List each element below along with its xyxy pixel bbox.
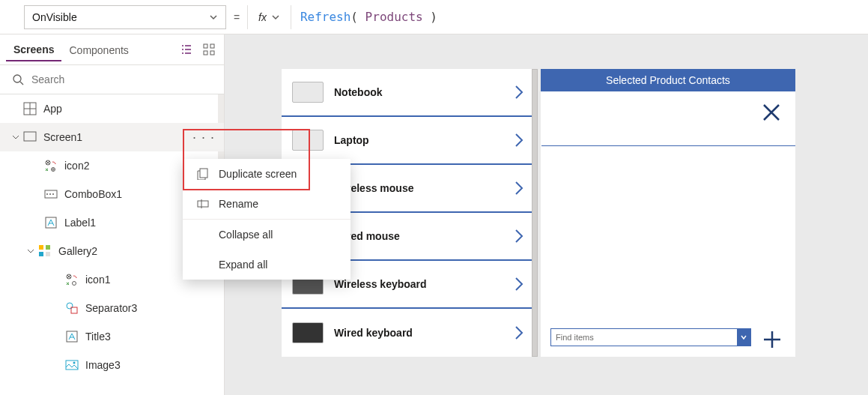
caret-icon[interactable] xyxy=(10,133,19,141)
svg-rect-1 xyxy=(210,44,214,48)
contacts-header-label: Selected Product Contacts xyxy=(606,74,730,86)
groupicon-icon xyxy=(64,272,79,287)
separator-icon xyxy=(64,301,79,316)
svg-rect-17 xyxy=(46,252,50,256)
combobox-placeholder: Find items xyxy=(551,333,737,342)
combobox-dropdown-button[interactable] xyxy=(737,329,750,346)
add-button[interactable] xyxy=(761,328,783,351)
svg-point-20 xyxy=(67,303,73,309)
menu-duplicate-screen[interactable]: Duplicate screen xyxy=(183,159,350,189)
equals-label: = xyxy=(226,11,247,23)
gallery-icon xyxy=(37,244,52,259)
tree-list-icon[interactable] xyxy=(177,40,195,58)
product-image xyxy=(292,322,324,343)
contacts-header: Selected Product Contacts xyxy=(541,69,795,91)
chevron-right-icon[interactable] xyxy=(514,132,524,148)
formula-input[interactable]: Refresh( Products ) xyxy=(291,10,446,24)
svg-point-19 xyxy=(73,282,76,286)
chevron-right-icon[interactable] xyxy=(514,325,524,341)
tree-label: Image3 xyxy=(85,359,121,371)
tree-item-title3[interactable]: Title3 xyxy=(0,322,224,351)
menu-expand-all[interactable]: Expand all xyxy=(183,250,350,280)
contacts-panel: Selected Product Contacts Find items xyxy=(541,69,795,357)
chevron-down-icon xyxy=(209,13,218,22)
chevron-right-icon[interactable] xyxy=(514,180,524,196)
property-dropdown-label: OnVisible xyxy=(32,11,77,23)
image-icon xyxy=(64,358,79,373)
tree-item-screen1[interactable]: Screen1 · · · xyxy=(0,123,224,151)
chevron-right-icon[interactable] xyxy=(514,228,524,244)
close-icon xyxy=(761,102,782,123)
formula-token-paren: ) xyxy=(430,10,437,24)
svg-rect-14 xyxy=(39,245,43,250)
duplicate-icon xyxy=(196,167,210,181)
product-image xyxy=(292,130,324,151)
chevron-down-icon xyxy=(271,13,280,22)
tree-item-separator3[interactable]: Separator3 xyxy=(0,294,224,322)
svg-rect-25 xyxy=(200,169,207,178)
plus-icon xyxy=(761,328,783,351)
app-icon xyxy=(22,101,37,116)
more-button[interactable]: · · · xyxy=(192,130,215,145)
search-box[interactable] xyxy=(0,64,224,94)
chevron-right-icon[interactable] xyxy=(514,84,524,100)
svg-point-11 xyxy=(49,193,51,195)
caret-icon[interactable] xyxy=(25,247,34,255)
svg-point-4 xyxy=(13,75,21,82)
combobox-icon xyxy=(43,187,58,202)
formula-token-datasource: Products xyxy=(365,10,423,24)
close-button[interactable] xyxy=(761,102,782,123)
gallery-item[interactable]: Wired keyboard xyxy=(282,309,532,357)
tree-label: Gallery2 xyxy=(58,245,97,257)
groupicon-icon xyxy=(43,158,58,173)
product-image xyxy=(292,82,324,103)
svg-rect-6 xyxy=(24,132,36,141)
svg-rect-0 xyxy=(204,44,207,48)
menu-item-label: Expand all xyxy=(219,259,267,271)
tree-label: App xyxy=(43,103,62,115)
formula-bar: OnVisible = fx Refresh( Products ) xyxy=(0,0,868,34)
svg-point-10 xyxy=(46,193,48,195)
divider xyxy=(541,145,795,146)
svg-rect-26 xyxy=(198,201,208,207)
svg-point-24 xyxy=(73,362,76,364)
gallery-item-label: Wireless keyboard xyxy=(334,278,427,290)
search-input[interactable] xyxy=(31,73,212,85)
rename-icon xyxy=(196,197,210,211)
formula-token-paren: ( xyxy=(350,10,358,24)
search-icon xyxy=(12,73,24,85)
tab-screens-label: Screens xyxy=(13,43,54,55)
tree-item-image3[interactable]: Image3 xyxy=(0,351,224,379)
svg-rect-2 xyxy=(204,51,207,55)
gallery-item[interactable]: Laptop xyxy=(282,117,532,165)
svg-point-12 xyxy=(52,193,54,195)
svg-rect-21 xyxy=(71,307,77,313)
chevron-right-icon[interactable] xyxy=(514,276,524,292)
menu-item-label: Duplicate screen xyxy=(219,168,297,180)
tree-grid-icon[interactable] xyxy=(200,40,218,58)
fx-button[interactable]: fx xyxy=(247,5,291,29)
tab-components-label: Components xyxy=(69,44,128,56)
property-dropdown[interactable]: OnVisible xyxy=(24,5,226,29)
fx-label: fx xyxy=(258,11,267,23)
tab-components[interactable]: Components xyxy=(61,38,136,61)
label-icon xyxy=(64,329,79,344)
tree-label: Screen1 xyxy=(43,131,82,143)
tree-label: Title3 xyxy=(85,331,111,343)
gallery-scrollbar[interactable] xyxy=(532,69,538,357)
tree-item-app[interactable]: App xyxy=(0,94,224,123)
formula-token-function: Refresh xyxy=(300,10,350,24)
gallery-item-label: Notebook xyxy=(334,86,383,98)
tree-label: icon2 xyxy=(64,160,89,172)
menu-collapse-all[interactable]: Collapse all xyxy=(183,220,350,250)
svg-rect-3 xyxy=(210,51,214,55)
svg-rect-15 xyxy=(46,245,50,250)
screen-icon xyxy=(22,130,37,145)
gallery-item-label: Laptop xyxy=(334,134,369,146)
label-icon xyxy=(43,215,58,230)
find-items-combobox[interactable]: Find items xyxy=(550,328,751,346)
gallery-item[interactable]: Notebook xyxy=(282,69,532,117)
menu-item-label: Collapse all xyxy=(219,229,273,241)
tab-screens[interactable]: Screens xyxy=(6,37,61,61)
menu-rename[interactable]: Rename xyxy=(183,189,350,219)
